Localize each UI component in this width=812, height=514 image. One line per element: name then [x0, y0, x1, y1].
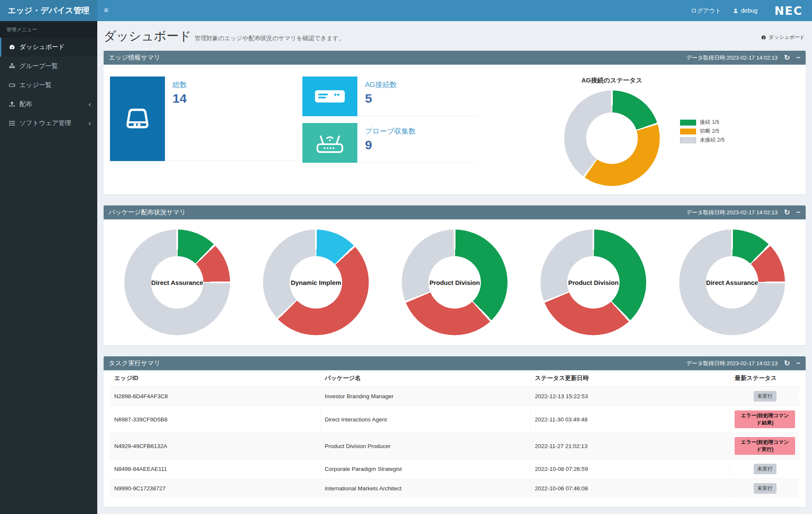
- status-updated-cell: 2022-11-30 03:49:48: [530, 406, 730, 433]
- panel-title: タスク実行サマリ: [109, 359, 160, 367]
- page-subtitle: 管理対象のエッジや配布状況のサマリを確認できます。: [195, 35, 345, 41]
- collapse-icon[interactable]: −: [796, 210, 801, 216]
- edge-summary-panel-header: エッジ情報サマリ データ取得日時:2023-02-17 14:02:13 ↻ −: [104, 51, 806, 65]
- legend-swatch: [680, 137, 696, 143]
- logout-link[interactable]: ログアウト: [685, 0, 727, 21]
- package-name-cell: Product Division Producer: [320, 433, 530, 459]
- refresh-icon[interactable]: ↻: [784, 54, 790, 61]
- top-header: エッジ・デバイス管理 ≡ ログアウト debug NEC: [0, 0, 812, 21]
- status-updated-cell: 2022-12-13 15:22:53: [530, 387, 730, 406]
- sidebar-item-label: ソフトウェア管理: [19, 119, 71, 127]
- router-icon: [302, 123, 357, 163]
- package-donut-label: Dynamic Implem: [263, 230, 369, 335]
- breadcrumb[interactable]: ダッシュボード: [761, 34, 805, 41]
- status-updated-cell: 2022-11-27 21:02:13: [530, 433, 730, 459]
- package-donut-label: Direct Assurance: [124, 230, 230, 335]
- sub-cards: AG接続数5プローブ収集数9: [302, 77, 477, 163]
- column-header: パッケージ名: [320, 370, 530, 387]
- sidebar-menu: ダッシュボードグループ一覧エッジ一覧配布‹ソフトウェア管理‹: [0, 38, 97, 133]
- sidebar-section-header: 管理メニュー: [0, 21, 97, 38]
- data-acquired-time: データ取得日時:2023-02-17 14:02:13: [686, 360, 778, 367]
- edge-summary-panel: エッジ情報サマリ データ取得日時:2023-02-17 14:02:13 ↻ −: [104, 51, 806, 194]
- sidebar-item-group-list[interactable]: グループ一覧: [0, 57, 97, 76]
- edge-id-cell: N6987-339CF9D5B8: [110, 406, 320, 433]
- package-name-cell: Direct Interactions Agent: [320, 406, 530, 433]
- legend-item: 未接続 2/5: [680, 137, 724, 144]
- package-donut-chart: Product Division: [540, 230, 646, 335]
- card-label: AG接続数: [365, 80, 477, 90]
- package-donut-label: Product Division: [540, 230, 646, 335]
- total-count-card: 総数 14: [110, 77, 302, 161]
- card-label: プローブ収集数: [365, 126, 477, 136]
- server-icon: [302, 77, 357, 116]
- data-acquired-time: データ取得日時:2023-02-17 14:02:13: [686, 209, 778, 216]
- content-wrapper: ダッシュボード管理対象のエッジや配布状況のサマリを確認できます。 ダッシュボード…: [97, 21, 812, 514]
- sidebar-item-deploy[interactable]: 配布‹: [0, 95, 97, 114]
- hamburger-icon: ≡: [104, 6, 108, 14]
- column-header: ステータス更新日時: [530, 370, 730, 387]
- sidebar-item-label: エッジ一覧: [19, 81, 52, 89]
- task-execution-panel: タスク実行サマリ データ取得日時:2023-02-17 14:02:13 ↻ −…: [104, 356, 806, 507]
- status-badge: 未実行: [754, 464, 776, 474]
- table-row: N6987-339CF9D5B8Direct Interactions Agen…: [110, 406, 799, 433]
- refresh-icon[interactable]: ↻: [784, 360, 790, 367]
- card-value: 5: [365, 91, 477, 106]
- sidebar: 管理メニュー ダッシュボードグループ一覧エッジ一覧配布‹ソフトウェア管理‹: [0, 21, 97, 514]
- legend-swatch: [680, 128, 696, 134]
- package-donut: Product Division: [524, 230, 663, 335]
- content-header: ダッシュボード管理対象のエッジや配布状況のサマリを確認できます。 ダッシュボード: [104, 25, 806, 51]
- sidebar-item-software-management[interactable]: ソフトウェア管理‹: [0, 114, 97, 133]
- package-distribution-panel: パッケージ配布状況サマリ データ取得日時:2023-02-17 14:02:13…: [104, 205, 806, 345]
- user-menu[interactable]: debug: [727, 0, 763, 21]
- table-row: N8498-84AEEAE111Corporate Paradigm Strat…: [110, 459, 799, 479]
- top-navbar: ≡ ログアウト debug NEC: [97, 0, 812, 21]
- status-badge: 未実行: [754, 483, 776, 494]
- package-donut-chart: Direct Assurance: [679, 230, 785, 335]
- breadcrumb-label: ダッシュボード: [768, 34, 805, 41]
- edge-id-cell: N2898-6D4F4AF3C8: [110, 387, 320, 406]
- package-donut: Dynamic Implem: [247, 230, 385, 335]
- ag-status-donut: [564, 90, 660, 186]
- sidebar-item-dashboard[interactable]: ダッシュボード: [0, 38, 97, 57]
- nec-logo: NEC: [774, 4, 803, 17]
- list-icon: [8, 120, 16, 126]
- status-badge: エラー(前処理コマンド実行): [735, 437, 795, 455]
- latest-status-cell: 未実行: [730, 479, 799, 498]
- sidebar-toggle-button[interactable]: ≡: [97, 0, 115, 21]
- data-acquired-time: データ取得日時:2023-02-17 14:02:13: [686, 54, 778, 62]
- device-icon: [110, 77, 165, 161]
- collapse-icon[interactable]: −: [796, 55, 801, 61]
- status-badge: エラー(前処理コマンド結果): [735, 410, 795, 428]
- package-donut-chart: Direct Assurance: [124, 230, 230, 335]
- package-name-cell: Corporate Paradigm Strategist: [320, 459, 530, 479]
- upload-icon: [8, 101, 16, 107]
- refresh-icon[interactable]: ↻: [784, 209, 790, 216]
- edge-id-cell: N4929-49CFB6132A: [110, 433, 320, 459]
- status-updated-cell: 2022-10-06 07:46:08: [530, 479, 730, 498]
- gauge-icon: [761, 35, 766, 40]
- legend-label: 切断 2/5: [700, 128, 719, 135]
- ag-connection-card: AG接続数5: [302, 77, 477, 116]
- package-donut: Direct Assurance: [108, 230, 247, 335]
- page-title: ダッシュボード管理対象のエッジや配布状況のサマリを確認できます。: [104, 28, 806, 45]
- probe-collection-card: プローブ収集数9: [302, 123, 477, 163]
- collapse-icon[interactable]: −: [796, 361, 801, 366]
- package-name-cell: Investor Branding Manager: [320, 387, 530, 406]
- column-header: 最新ステータス: [730, 370, 799, 387]
- column-header: エッジID: [110, 370, 320, 387]
- sidebar-item-label: 配布: [19, 100, 32, 108]
- legend-item: 接続 1/5: [680, 119, 724, 126]
- ag-status-chart: AG接続のステータス 接続 1/5切断 2/5未接続 2/5: [489, 77, 799, 186]
- task-table-header-row: エッジIDパッケージ名ステータス更新日時最新ステータス: [110, 370, 799, 387]
- chart-title: AG接続のステータス: [582, 77, 642, 85]
- legend-item: 切断 2/5: [680, 128, 724, 135]
- sidebar-item-edge-list[interactable]: エッジ一覧: [0, 76, 97, 95]
- chevron-left-icon: ‹: [88, 102, 91, 107]
- edge-id-cell: N8498-84AEEAE111: [110, 459, 320, 479]
- panel-title: エッジ情報サマリ: [109, 54, 160, 62]
- legend-swatch: [680, 120, 696, 126]
- package-donut-chart: Product Division: [402, 230, 508, 335]
- status-updated-cell: 2022-10-08 07:26:59: [530, 459, 730, 479]
- app-title[interactable]: エッジ・デバイス管理: [0, 0, 97, 21]
- card-value: 9: [365, 138, 477, 152]
